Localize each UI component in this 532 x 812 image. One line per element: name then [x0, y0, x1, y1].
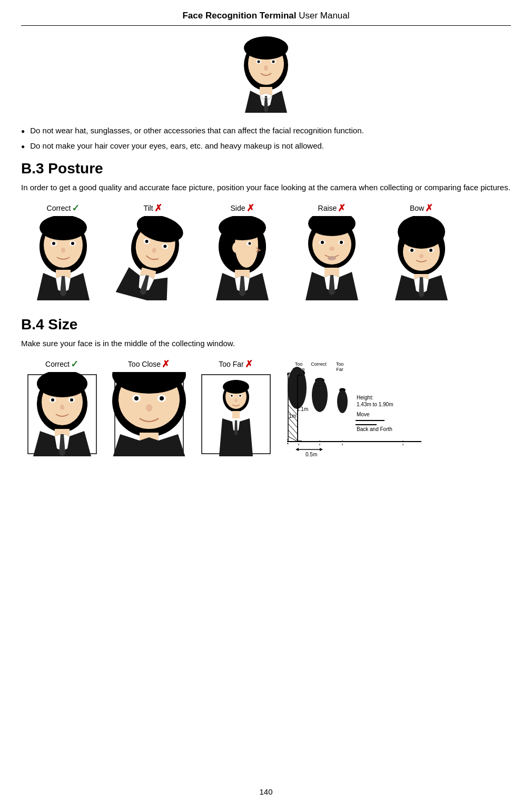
posture-bow-figure — [385, 216, 458, 300]
svg-point-51 — [419, 254, 423, 258]
posture-raise-label: Raise ✗ — [318, 202, 346, 214]
posture-tilt: Tilt ✗ — [111, 202, 195, 300]
page-number: 140 — [259, 787, 272, 796]
svg-text:Too: Too — [295, 361, 303, 367]
svg-point-60 — [70, 398, 73, 402]
posture-correct: Correct ✓ — [21, 202, 105, 300]
svg-text:1.1m: 1.1m — [287, 413, 296, 419]
header-title: Face Recognition Terminal User Manual — [182, 11, 349, 21]
check-icon-size: ✓ — [71, 358, 78, 370]
svg-point-2 — [244, 36, 288, 60]
svg-text:1.43m to 1.90m: 1.43m to 1.90m — [357, 402, 393, 407]
svg-point-71 — [146, 404, 152, 412]
svg-point-69 — [134, 396, 139, 400]
size-too-far: Too Far ✗ — [195, 358, 277, 456]
svg-marker-130 — [320, 448, 323, 451]
x-icon-bow: ✗ — [425, 202, 433, 214]
size-too-far-label: Too Far ✗ — [219, 358, 252, 370]
svg-point-39 — [321, 241, 324, 244]
size-intro: Make sure your face is in the middle of … — [21, 337, 511, 350]
size-section: B.4 Size Make sure your face is in the m… — [21, 316, 511, 465]
svg-point-117 — [337, 390, 348, 413]
posture-raise: Raise ✗ — [290, 202, 374, 300]
svg-point-40 — [340, 241, 343, 244]
svg-line-97 — [288, 424, 298, 434]
svg-point-29 — [219, 216, 266, 240]
size-correct-figure — [25, 372, 99, 456]
svg-point-41 — [329, 247, 334, 251]
posture-intro: In order to get a good quality and accur… — [21, 181, 511, 194]
top-image-area — [21, 36, 511, 115]
svg-text:Move: Move — [357, 412, 370, 417]
posture-bow: Bow ✗ — [379, 202, 464, 300]
svg-text:Too: Too — [336, 361, 344, 367]
x-icon-too-close: ✗ — [162, 358, 170, 370]
size-too-close: Too Close ✗ — [108, 358, 190, 456]
svg-point-31 — [249, 242, 251, 245]
svg-text:Height:: Height: — [357, 395, 373, 400]
svg-point-107 — [288, 367, 307, 409]
svg-point-11 — [40, 216, 87, 240]
x-icon-raise: ✗ — [338, 202, 346, 214]
svg-point-6 — [272, 61, 275, 63]
svg-point-5 — [258, 61, 260, 63]
svg-point-59 — [51, 398, 54, 402]
svg-point-112 — [312, 378, 328, 412]
svg-text:Correct: Correct — [311, 361, 327, 367]
posture-section: B.3 Posture In order to get a good quali… — [21, 160, 511, 300]
page-header: Face Recognition Terminal User Manual — [21, 11, 511, 26]
svg-text:Back and Forth: Back and Forth — [357, 426, 392, 432]
size-title: B.4 Size — [21, 316, 511, 333]
posture-bow-label: Bow ✗ — [410, 202, 433, 214]
svg-point-15 — [71, 242, 74, 245]
svg-text:Far: Far — [336, 367, 343, 372]
svg-text:1.1m: 1.1m — [297, 406, 308, 412]
svg-point-49 — [410, 249, 413, 252]
size-too-far-figure — [199, 372, 273, 456]
svg-point-79 — [231, 395, 233, 397]
distance-diagram-svg: Too Close Correct Too Far — [287, 358, 424, 464]
posture-side: Side ✗ — [200, 202, 284, 300]
x-icon-too-far: ✗ — [245, 358, 253, 370]
x-icon-side: ✗ — [247, 202, 254, 214]
svg-point-76 — [223, 380, 249, 394]
svg-marker-129 — [295, 448, 299, 451]
size-correct: Correct ✓ — [21, 358, 103, 456]
posture-correct-label: Correct ✓ — [47, 202, 80, 214]
svg-point-61 — [60, 405, 64, 410]
posture-title: B.3 Posture — [21, 160, 511, 177]
posture-correct-figure — [26, 216, 100, 300]
svg-rect-82 — [232, 411, 240, 418]
svg-point-32 — [232, 242, 240, 253]
svg-point-70 — [160, 396, 164, 400]
intro-bullet-list: Do not wear hat, sunglasses, or other ac… — [21, 125, 511, 152]
posture-tilt-figure — [116, 216, 190, 300]
svg-point-14 — [52, 242, 55, 245]
check-icon: ✓ — [72, 202, 80, 214]
svg-point-7 — [264, 65, 268, 71]
svg-point-46 — [398, 216, 445, 249]
size-diagram: Too Close Correct Too Far — [287, 358, 429, 465]
posture-side-label: Side ✗ — [230, 202, 254, 214]
size-figures-row: Correct ✓ — [21, 358, 511, 465]
size-too-close-figure — [112, 372, 186, 456]
size-correct-label: Correct ✓ — [45, 358, 78, 370]
posture-side-figure — [205, 216, 279, 300]
top-face-illustration — [234, 36, 298, 115]
bullet-item-2: Do not make your hair cover your eyes, e… — [21, 140, 511, 152]
bullet-item-1: Do not wear hat, sunglasses, or other ac… — [21, 125, 511, 137]
svg-point-80 — [239, 395, 241, 397]
svg-point-16 — [61, 248, 65, 253]
x-icon-tilt: ✗ — [154, 202, 162, 214]
svg-text:0.5m: 0.5m — [306, 452, 317, 457]
posture-tilt-label: Tilt ✗ — [143, 202, 162, 214]
svg-point-42 — [328, 256, 336, 260]
svg-point-81 — [234, 399, 237, 402]
posture-raise-figure — [295, 216, 369, 300]
svg-point-50 — [429, 249, 432, 252]
size-too-close-label: Too Close ✗ — [128, 358, 170, 370]
posture-figures-row: Correct ✓ — [21, 202, 511, 300]
